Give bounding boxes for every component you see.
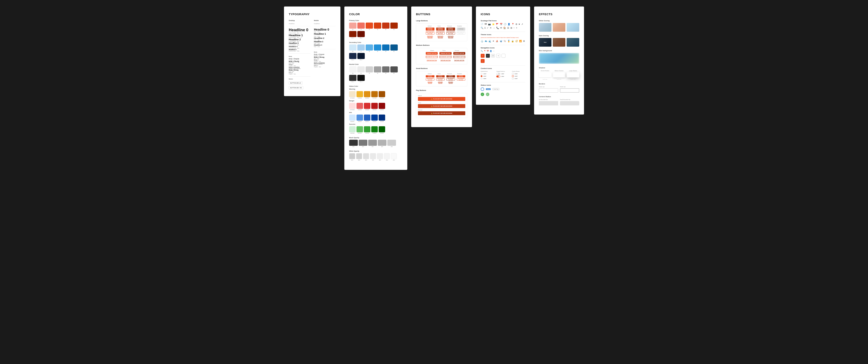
tertiary-btn-hover[interactable]: TERTIARY BUTTON [436,35,445,38]
tertiary-btn-default[interactable]: TERTIARY BUTTON [426,35,434,38]
tertiary-medium-pressed[interactable]: TERTIARY BUTTON [453,59,465,62]
effects-title: EFFECTS [539,12,579,16]
toggle-off: Label [496,73,510,75]
secondary-small-default[interactable]: SECONDARY BUTTON [426,78,434,80]
dark-overlay-img3 [567,38,579,47]
nav-arrow-left-active: ‹ [481,54,485,58]
secondary-large-row: SECONDARY BUTTON SECONDARY BUTTON SECOND… [418,31,465,34]
icon-arrow: → [493,27,495,29]
secondary-medium-pressed[interactable]: SECONDARY BUTTON [453,56,465,58]
checkbox-empty[interactable] [512,73,514,75]
primary-btn-default[interactable]: PRIMARY BUTTON [426,28,434,31]
secondary-color-section: Secondary Color 5% 20 40 60 80 BC BC+1 B… [349,42,403,61]
secondary-medium-default[interactable]: SECONDARY BUTTON [426,56,438,58]
secondary-small-pressed[interactable]: SECONDARY BUTTON [446,78,455,80]
radio-circle-checked[interactable] [481,75,483,77]
white-overlay-img1 [539,23,552,32]
secondary-medium-hover[interactable]: SECONDARY BUTTON [439,56,452,58]
primary-small-pressed[interactable]: PRIMARY BUTTON [446,75,455,77]
effects-panel: EFFECTS White Overlay Dark Overlay Dark [534,6,584,114]
primary-btn-pressed[interactable]: PRIMARY BUTTON [446,28,455,31]
icon-share: ↗ [521,23,523,25]
checkbox-checked-box[interactable]: ✓ [512,75,514,77]
status-icons-section: Status icons Status Small Tag ✓ ✓ [481,84,525,96]
icon-grid: ⊞ [510,27,512,29]
icons-panel: ICONS Scubago Flat Icons 📄 🗺 📷 ⭐ 🚩 📅 🕐 👤… [476,6,530,105]
secondary-btn-default[interactable]: SECONDARY BUTTON [426,31,434,34]
radio-circle-unchecked2[interactable] [481,78,483,79]
typo-desktop-col: Desktop Headlines Headline 0 Elsinore Bo… [289,20,310,90]
tertiary-medium-default[interactable]: TERTIARY BUTTON [426,59,438,62]
pay-buttons-section: Pay Buttons Default 🔒 PLACE MY SECURE BO… [416,89,467,118]
checkbox-unchecked: Label [512,73,525,75]
tertiary-small-pressed[interactable]: TERTIARY BUTTON [446,81,455,84]
primary-medium-pressed[interactable]: PRIMARY BUTTON [453,52,465,55]
primary-small-disabled[interactable]: PRIMARY BUTTON [457,75,465,77]
h4-desktop: Headline 4 [289,45,310,47]
color-swatch-item: BC [390,23,398,30]
toggle-off-track[interactable] [496,73,500,75]
icon-home: 🏠 [503,27,506,29]
nav-icon-location: 📍 [484,50,486,52]
stroke-1px-box [539,88,558,93]
medium-btn-box: Default Hover Pressed PRIMARY BUTTON PRI… [416,48,467,64]
theme-icon-cert: 🏅 [507,40,510,42]
primary-small-default[interactable]: PRIMARY BUTTON [426,75,434,77]
nav-icons-section: Navigation icons 🔍 📍 📅 👤 ⋯ ‹ ‹ ⋯ ⊞ › [481,47,525,63]
tertiary-small-hover[interactable]: TERTIARY BUTTON [436,81,445,84]
pay-btn-default[interactable]: 🔒 PLACE MY SECURE BOOKING [418,97,465,101]
info-color-row: #D0E8FF #5090E0 #2060C0 #0040A0 #003080 [349,114,403,122]
tertiary-small-default[interactable]: TERTIARY BUTTON [426,81,434,84]
h1-desktop: Headline 1 [289,34,310,37]
primary-medium-default[interactable]: PRIMARY BUTTON [426,52,438,55]
radio-circle-unchecked[interactable] [481,73,483,75]
control-icons-section: Control icons Radiobutton Label Label La… [481,67,525,80]
nav-arrow-left-dark: ‹ [486,54,490,58]
normal-shadow-item: Normal Shadow 0px 2px 4px [539,70,551,80]
primary-color-row: 5% 10 40 60 80 BC BC+1 BC+2 [349,23,403,39]
toggle-on-track[interactable] [496,75,500,77]
pay-btn-pressed[interactable]: 🔒 PLACE MY SECURE BOOKING [418,111,465,115]
normal-shadow-box [539,72,551,77]
icon-info: ℹ [485,27,486,29]
checkbox-col: Check Boxes Label ✓ Label Label [512,71,525,80]
pay-btn-hover[interactable]: 🔒 PLACE MY SECURE BOOKING [418,104,465,108]
status-check-circle: ✓ [481,93,484,96]
h0-desktop: Headline 0 [289,28,310,32]
icon-check: ✓ [487,27,489,29]
medium-shadow-box [553,72,565,77]
tertiary-btn-pressed[interactable]: TERTIARY BUTTON [446,35,455,38]
nav-arrow-right-active: › [481,59,485,63]
toggle-thumb-on [498,76,500,77]
radio-col: Radiobutton Label Label Label [481,71,494,80]
black-opacity-row: 80% 53% 40% 30% 20% [349,140,403,147]
primary-small-hover[interactable]: PRIMARY BUTTON [436,75,445,77]
icon-heart: ♥ [519,23,520,25]
white-overlay-img3 [567,23,579,32]
secondary-btn-hover[interactable]: SECONDARY BUTTON [436,31,445,34]
tertiary-small-row: TERTIARY BUTTON TERTIARY BUTTON TERTIARY… [418,81,465,84]
corners-row: No Rounded 0px Small Rounded 4px [539,99,579,105]
color-title: COLOR [349,12,403,16]
checkbox-empty2[interactable] [512,78,514,79]
nav-grid: ⊞ [496,54,500,58]
secondary-btn-pressed[interactable]: SECONDARY BUTTON [446,31,455,34]
color-swatch-item: 5% [349,23,356,30]
icon-phone: 📞 [496,27,499,29]
status-icons-row: Status Small Tag [481,88,525,91]
primary-medium-row: PRIMARY BUTTON PRIMARY BUTTON PRIMARY BU… [418,52,465,55]
primary-btn-hover[interactable]: PRIMARY BUTTON [436,28,445,31]
icon-pin: 📍 [512,23,514,25]
border-row: Stroke 1px Stroke 2px [539,86,579,93]
stroke-1px-item: Stroke 1px [539,86,558,93]
neutral-color-section: Neutral Color 2% 5% 40 60 80 BC BC+1 BC+… [349,64,403,82]
tertiary-medium-hover[interactable]: TERTIARY BUTTON [439,59,452,62]
theme-icon-wave: 🌊 [489,40,491,42]
primary-medium-hover[interactable]: PRIMARY BUTTON [439,52,452,55]
icon-plus: + [516,27,517,29]
icon-camera: 📷 [488,23,491,25]
radio-default: Label [481,73,494,75]
controls-row: Radiobutton Label Label Label Toggle But… [481,71,525,80]
secondary-small-hover[interactable]: SECONDARY BUTTON [436,78,445,80]
secondary-small-disabled[interactable]: SECONDARY BUTTON [457,78,465,80]
